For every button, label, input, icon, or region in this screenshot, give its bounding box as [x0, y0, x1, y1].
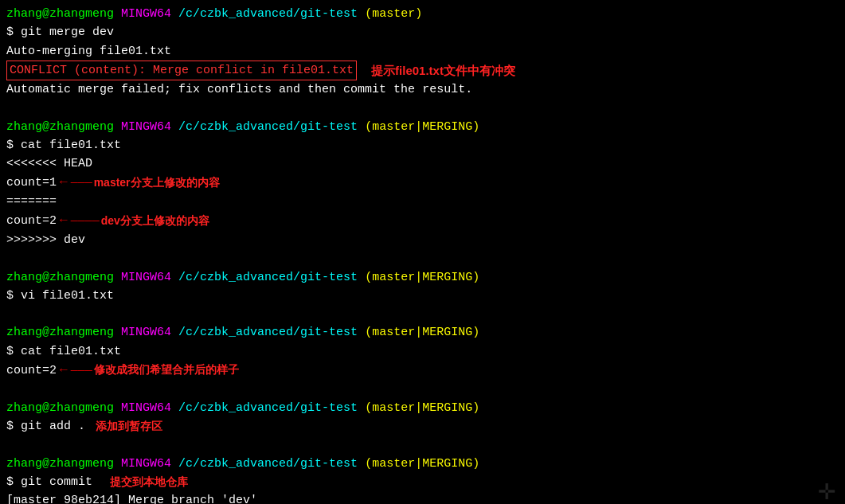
- terminal: zhang@zhangmeng MINGW64 /c/czbk_advanced…: [0, 0, 845, 504]
- count2-after: count=2 ← ——— 修改成我们希望合并后的样子: [6, 361, 839, 381]
- dash-1: ———: [71, 174, 92, 192]
- shell-4: MINGW64: [121, 323, 171, 342]
- branch-6: (master|MERGING): [365, 455, 479, 473]
- prompt-line-5: zhang@zhangmeng MINGW64 /c/czbk_advanced…: [6, 399, 839, 417]
- cmd-cat-1: $ cat file01.txt: [6, 136, 839, 154]
- annotation-add: 添加到暂存区: [96, 418, 162, 436]
- cmd-vi: $ vi file01.txt: [6, 287, 839, 305]
- arrow-3: ←: [60, 361, 68, 381]
- blank-1: [6, 99, 839, 117]
- branch-3: (master|MERGING): [365, 268, 479, 287]
- username-6: zhang@zhangmeng: [6, 455, 114, 473]
- cmd-cat-2: $ cat file01.txt: [6, 342, 839, 361]
- prompt-line-6: zhang@zhangmeng MINGW64 /c/czbk_advanced…: [6, 455, 839, 473]
- arrow-2: ←: [60, 211, 68, 231]
- shell-3: MINGW64: [121, 268, 171, 287]
- cmd-git-add: $ git add . 添加到暂存区: [6, 417, 839, 436]
- shell-5: MINGW64: [121, 399, 171, 417]
- username-4: zhang@zhangmeng: [6, 323, 114, 342]
- blank-4: [6, 381, 839, 399]
- cmd-git-commit: $ git commit 提交到本地仓库: [6, 473, 839, 491]
- blank-5: [6, 436, 839, 454]
- branch-4: (master|MERGING): [365, 323, 479, 342]
- annotation-master: master分支上修改的内容: [94, 174, 220, 192]
- path-5: /c/czbk_advanced/git-test: [178, 399, 358, 417]
- dev-marker: >>>>>>> dev: [6, 231, 839, 249]
- path-2: /c/czbk_advanced/git-test: [178, 118, 358, 136]
- cmd-merge: $ git merge dev: [6, 23, 839, 41]
- path-6: /c/czbk_advanced/git-test: [178, 455, 358, 473]
- annotation-commit: 提交到本地仓库: [110, 474, 188, 491]
- path-3: /c/czbk_advanced/git-test: [178, 268, 358, 287]
- shell-6: MINGW64: [121, 455, 171, 473]
- annotation-merged: 修改成我们希望合并后的样子: [94, 361, 239, 379]
- dash-3: ———: [71, 361, 92, 380]
- auto-merging: Auto-merging file01.txt: [6, 42, 839, 61]
- username-3: zhang@zhangmeng: [6, 268, 114, 287]
- username-5: zhang@zhangmeng: [6, 399, 114, 417]
- blank-3: [6, 305, 839, 323]
- shell-2: MINGW64: [121, 118, 171, 136]
- arrow-1: ←: [60, 173, 68, 193]
- branch-5: (master|MERGING): [365, 399, 479, 417]
- prompt-line-3: zhang@zhangmeng MINGW64 /c/czbk_advanced…: [6, 268, 839, 287]
- branch-1: (master): [365, 5, 422, 23]
- path-4: /c/czbk_advanced/git-test: [178, 323, 358, 342]
- username-2: zhang@zhangmeng: [6, 118, 114, 136]
- branch-2: (master|MERGING): [365, 118, 479, 136]
- prompt-line-4: zhang@zhangmeng MINGW64 /c/czbk_advanced…: [6, 323, 839, 342]
- annotation-dev: dev分支上修改的内容: [101, 213, 209, 230]
- merge-failed-line: Automatic merge failed; fix conflicts an…: [6, 80, 839, 99]
- separator: =======: [6, 193, 839, 211]
- conflict-text: CONFLICT (content): Merge conflict in fi…: [6, 61, 357, 80]
- conflict-line: CONFLICT (content): Merge conflict in fi…: [6, 61, 839, 80]
- head-marker: <<<<<<< HEAD: [6, 154, 839, 173]
- decorative-arrow: ✛: [818, 473, 835, 504]
- count2-line: count=2 ← ———— dev分支上修改的内容: [6, 211, 839, 231]
- blank-2: [6, 249, 839, 268]
- prompt-line-1: zhang@zhangmeng MINGW64 /c/czbk_advanced…: [6, 5, 839, 23]
- dash-2: ————: [71, 212, 100, 230]
- count1-line: count=1 ← ——— master分支上修改的内容: [6, 173, 839, 193]
- prompt-line-2: zhang@zhangmeng MINGW64 /c/czbk_advanced…: [6, 118, 839, 136]
- shell-1: MINGW64: [121, 5, 171, 23]
- username-1: zhang@zhangmeng: [6, 5, 114, 23]
- commit-result: [master 98eb214] Merge branch 'dev': [6, 491, 839, 504]
- conflict-annotation: 提示file01.txt文件中有冲突: [371, 61, 515, 80]
- path-1: /c/czbk_advanced/git-test: [178, 5, 358, 23]
